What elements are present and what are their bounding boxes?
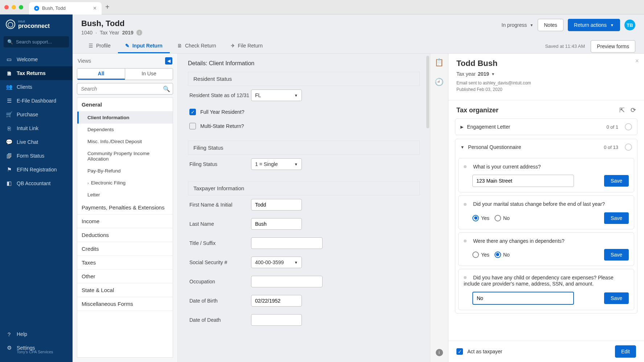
section-deductions[interactable]: Deductions (77, 228, 173, 242)
seg-all[interactable]: All (77, 68, 125, 80)
first-name-input[interactable] (251, 199, 302, 211)
nav-welcome[interactable]: ▭Welcome (0, 53, 73, 66)
seg-in-use[interactable]: In Use (125, 68, 173, 80)
tab-favicon: ● (34, 6, 39, 11)
chevron-right-icon: ▶ (460, 125, 463, 129)
childcare-input[interactable] (472, 292, 574, 305)
nav-efin-registration[interactable]: ⚑EFIN Registration (0, 163, 73, 176)
item-dependents[interactable]: Dependents (77, 124, 173, 136)
save-button[interactable]: Save (604, 212, 629, 224)
search-support-input[interactable]: 🔍 Search support... (4, 36, 69, 47)
clipboard-icon[interactable]: 📋 (435, 58, 444, 67)
collapse-views-button[interactable]: ◀ (165, 57, 172, 65)
preview-forms-button[interactable]: Preview forms (591, 40, 635, 53)
save-button[interactable]: Save (604, 249, 629, 261)
section-credits[interactable]: Credits (77, 242, 173, 256)
views-segment[interactable]: All In Use (77, 68, 173, 80)
nav-qb-accountant[interactable]: ◧QB Accountant (0, 176, 73, 190)
new-tab-button[interactable]: + (105, 3, 110, 11)
section-general[interactable]: General (77, 98, 173, 112)
return-actions-button[interactable]: Return actions▼ (568, 19, 620, 31)
nav-help[interactable]: ?Help (0, 327, 73, 341)
multi-state-checkbox[interactable] (189, 123, 196, 129)
status-dropdown[interactable]: In progress▼ (501, 22, 533, 28)
address-input[interactable] (472, 175, 574, 187)
last-name-input[interactable] (251, 218, 302, 230)
browser-tab[interactable]: ● Bush, Todd × (29, 2, 102, 14)
info-icon[interactable]: i (436, 349, 443, 356)
nav-form-status[interactable]: 🗐Form Status (0, 149, 73, 163)
check-icon: 🗎 (177, 43, 182, 49)
question-marital-status: Did your marital status change before th… (458, 195, 634, 229)
resident-state-label: Resident State as of 12/31 (189, 92, 251, 98)
radio-yes[interactable]: Yes (472, 251, 489, 258)
notes-button[interactable]: Notes (538, 19, 563, 31)
full-year-checkbox[interactable]: ✓ (189, 109, 196, 115)
personal-questionnaire-card[interactable]: ▼ Personal Questionnaire 0 of 13 (455, 139, 637, 155)
section-payments[interactable]: Payments, Penalties & Extensions (77, 201, 173, 215)
panel-tax-year-dropdown[interactable]: Tax year 2019 ▼ (456, 71, 636, 77)
status-circle-icon (625, 143, 632, 151)
organizer-panel: × Todd Bush Tax year 2019 ▼ Email sent t… (448, 54, 644, 362)
right-rail: 📋 🕘 i (430, 54, 448, 362)
section-taxes[interactable]: Taxes (77, 256, 173, 270)
dod-input[interactable] (251, 314, 302, 326)
item-misc-direct-deposit[interactable]: Misc. Info./Direct Deposit (77, 136, 173, 147)
act-as-taxpayer-checkbox[interactable]: ✓ (456, 348, 463, 355)
tab-file-return[interactable]: ✈File Return (223, 39, 270, 53)
search-icon[interactable]: 🔍 (163, 86, 170, 92)
item-pay-by-refund[interactable]: Pay-By-Refund (77, 165, 173, 177)
radio-yes[interactable]: Yes (472, 215, 489, 221)
item-community-property[interactable]: Community Property Income Allocation (77, 147, 173, 165)
tab-check-return[interactable]: 🗎Check Return (170, 39, 223, 53)
export-icon[interactable]: ⇱ (619, 106, 625, 114)
nav-tax-returns[interactable]: 🗎Tax Returns (0, 66, 73, 80)
resident-state-select[interactable]: FL▼ (251, 90, 302, 101)
section-state-local[interactable]: State & Local (77, 283, 173, 297)
window-controls[interactable] (4, 5, 23, 9)
nav-clients[interactable]: 👥Clients (0, 80, 73, 94)
section-other[interactable]: Other (77, 270, 173, 283)
window-titlebar: ● Bush, Todd × + (0, 0, 644, 14)
form-icon: 🗐 (6, 153, 12, 159)
item-letter[interactable]: Letter (77, 189, 173, 201)
nav-purchase[interactable]: 🛒Purchase (0, 108, 73, 121)
scrollbar[interactable] (426, 56, 429, 128)
dob-input[interactable] (251, 295, 302, 307)
save-button[interactable]: Save (604, 292, 629, 304)
section-filing-status: Filing Status (188, 141, 420, 155)
tab-profile[interactable]: ☰Profile (81, 39, 118, 53)
list-icon: ☰ (6, 97, 12, 104)
engagement-letter-card[interactable]: ▶ Engagement Letter 0 of 1 (455, 119, 637, 135)
nav-efile-dashboard[interactable]: ☰E-File Dashboard (0, 94, 73, 108)
section-misc-forms[interactable]: Miscellaneous Forms (77, 297, 173, 311)
sidebar: ◯ intuit proconnect 🔍 Search support... … (0, 14, 73, 362)
nav-intuit-link[interactable]: ⎘Intuit Link (0, 121, 73, 135)
nav-live-chat[interactable]: 💬Live Chat (0, 135, 73, 149)
section-income[interactable]: Income (77, 215, 173, 228)
history-icon[interactable]: 🕘 (435, 78, 444, 86)
edit-button[interactable]: Edit (615, 345, 636, 358)
refresh-icon[interactable]: ⟳ (631, 106, 636, 114)
tab-input-return[interactable]: ✎Input Return (118, 39, 170, 53)
gear-icon: ⚙ (6, 345, 12, 351)
views-search-input[interactable] (77, 83, 173, 95)
item-electronic-filing[interactable]: ›Electronic Filing (77, 177, 173, 189)
radio-no[interactable]: No (495, 251, 510, 258)
user-avatar[interactable]: TB (624, 20, 635, 30)
filing-status-select[interactable]: 1 = Single▼ (251, 158, 302, 170)
info-icon[interactable]: i (136, 30, 142, 36)
item-client-information[interactable]: Client Information (77, 112, 173, 124)
save-button[interactable]: Save (604, 175, 629, 187)
chat-icon: 💬 (6, 139, 12, 145)
radio-no[interactable]: No (495, 215, 510, 221)
client-name: Bush, Todd (81, 19, 142, 28)
close-panel-icon[interactable]: × (635, 57, 639, 65)
occupation-input[interactable] (251, 276, 323, 287)
close-icon[interactable]: × (93, 5, 97, 12)
details-title: Details: Client Information (188, 60, 420, 67)
ssn-select[interactable]: 400-00-3599▼ (251, 257, 302, 268)
status-circle-icon (625, 123, 632, 130)
title-suffix-input[interactable] (251, 237, 323, 249)
chevron-down-icon: ▼ (294, 162, 298, 166)
